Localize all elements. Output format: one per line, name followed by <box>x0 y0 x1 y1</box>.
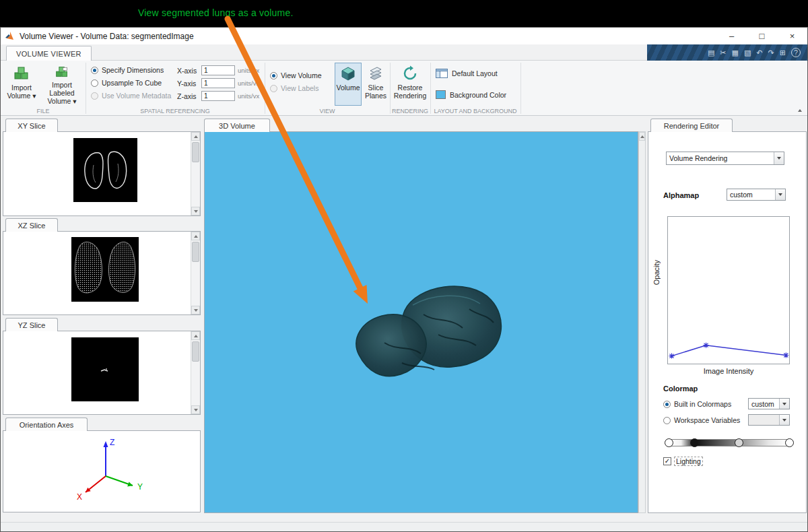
opacity-plot[interactable] <box>667 216 790 364</box>
x-axis-label: X-axis <box>177 67 197 75</box>
colormap-marker-3[interactable] <box>735 438 743 447</box>
rendering-mode-dropdown[interactable]: Volume Rendering <box>666 152 784 165</box>
ribbon-section-layout: Default Layout Background Color LAYOUT A… <box>430 61 520 115</box>
colormap-marker-2[interactable] <box>690 438 699 447</box>
colormap-marker-4[interactable] <box>785 438 794 447</box>
y-axis-units: units/vx <box>238 79 259 87</box>
opacity-curve <box>668 217 789 364</box>
copy-icon[interactable]: ▦ <box>732 49 739 57</box>
titlebar: Volume Viewer - Volume Data: segmentedIm… <box>1 28 807 44</box>
z-axis-units: units/vx <box>238 92 259 100</box>
import-volume-icon <box>13 65 30 81</box>
matlab-logo-icon <box>5 31 15 42</box>
chevron-down-icon <box>782 419 786 422</box>
section-label-rendering: RENDERING <box>390 108 430 114</box>
layout-window-icon[interactable]: ⊞ <box>780 49 786 57</box>
restore-rendering-button[interactable]: Restore Rendering <box>393 63 428 106</box>
viewport-splitter[interactable] <box>638 131 646 513</box>
radio-workspace-variables[interactable]: Workspace Variables <box>663 416 740 424</box>
alphamap-label: Alphamap <box>663 191 699 199</box>
z-axis-label: Z-axis <box>177 92 197 100</box>
collapse-ribbon-button[interactable] <box>798 109 802 112</box>
background-color-swatch <box>436 90 446 99</box>
restore-rendering-icon <box>402 65 418 81</box>
colormap-gradient-bar[interactable] <box>669 439 787 446</box>
xy-slice-scrollbar[interactable] <box>191 132 200 215</box>
collapse-ribbon-icon <box>798 109 802 112</box>
background-color-button[interactable]: Background Color <box>436 90 506 99</box>
import-labeled-volume-icon <box>53 65 71 79</box>
annotation-text: View segmented lungs as a volume. <box>138 7 293 18</box>
redo-icon[interactable]: ↷ <box>768 49 774 57</box>
radio-icon <box>270 72 277 79</box>
save-icon[interactable]: ▤ <box>708 49 714 57</box>
slice-planes-button[interactable]: Slice Planes <box>363 63 389 106</box>
opacity-axis-label: Opacity <box>652 260 661 285</box>
minimize-button[interactable]: – <box>716 28 747 44</box>
tab-orientation-axes[interactable]: Orientation Axes <box>5 418 88 431</box>
maximize-button[interactable]: □ <box>747 28 777 44</box>
radio-view-labels[interactable]: View Labels <box>270 84 318 92</box>
chevron-down-icon <box>778 193 782 196</box>
radio-specify-dimensions[interactable]: Specify Dimensions <box>91 66 164 74</box>
section-label-view: VIEW <box>265 108 390 114</box>
ribbon-section-view: View Volume View Labels Volume Slice Pla… <box>265 61 390 115</box>
orientation-axes-panel: Z X Y <box>3 430 201 512</box>
z-axis-input[interactable] <box>201 91 235 101</box>
y-axis-label: Y-axis <box>177 79 196 88</box>
splitter-arrow-icon <box>640 135 644 138</box>
lighting-checkbox-row[interactable]: ✓ Lighting <box>663 457 703 466</box>
tab-3d-volume[interactable]: 3D Volume <box>204 119 270 132</box>
radio-icon <box>663 417 671 424</box>
section-label-layout: LAYOUT AND BACKGROUND <box>430 108 520 114</box>
ribbon: Import Volume ▾ Import Labeled Volume ▾ … <box>1 61 807 116</box>
scroll-down-icon <box>194 309 198 312</box>
paste-icon[interactable]: ▧ <box>744 49 751 57</box>
colormap-label: Colormap <box>663 385 698 393</box>
colormap-marker-1[interactable] <box>665 438 673 447</box>
workspace-variables-dropdown[interactable] <box>748 414 790 426</box>
volume-rendering-image <box>337 275 516 393</box>
scroll-up-icon <box>194 235 198 238</box>
quick-access-toolbar: ▤ ✂ ▦ ▧ ↶ ↷ ⊞ ? <box>647 44 807 61</box>
radio-view-volume[interactable]: View Volume <box>270 71 322 79</box>
lighting-checkbox[interactable]: ✓ <box>663 457 671 465</box>
window-title: Volume Viewer - Volume Data: segmentedIm… <box>20 32 194 41</box>
volume-button[interactable]: Volume <box>335 63 362 106</box>
yz-slice-scrollbar[interactable] <box>191 331 200 414</box>
default-layout-icon <box>436 69 448 78</box>
builtin-colormap-dropdown[interactable]: custom <box>748 398 790 409</box>
tab-xy-slice[interactable]: XY Slice <box>5 119 58 132</box>
radio-use-volume-metadata[interactable]: Use Volume Metadata <box>91 92 171 100</box>
x-axis-input[interactable] <box>201 65 235 75</box>
radio-builtin-colormaps[interactable]: Built in Colormaps <box>663 400 731 408</box>
status-bar <box>1 522 807 531</box>
y-axis-input[interactable] <box>201 78 235 88</box>
orientation-axes-image[interactable]: Z X Y <box>40 434 165 510</box>
radio-upsample-to-cube[interactable]: Upsample To Cube <box>91 79 162 87</box>
help-icon[interactable]: ? <box>791 48 801 57</box>
undo-icon[interactable]: ↶ <box>756 49 762 57</box>
xz-slice-scrollbar[interactable] <box>191 232 200 314</box>
alphamap-dropdown[interactable]: custom <box>727 189 786 201</box>
radio-icon <box>91 79 98 87</box>
xz-slice-image[interactable] <box>71 237 139 302</box>
radio-icon <box>663 401 671 408</box>
tab-rendering-editor[interactable]: Rendering Editor <box>650 119 733 132</box>
scroll-up-icon <box>194 335 198 337</box>
import-labeled-volume-button[interactable]: Import Labeled Volume ▾ <box>40 63 84 106</box>
scroll-up-icon <box>194 135 198 138</box>
tab-yz-slice[interactable]: YZ Slice <box>5 318 58 331</box>
yz-slice-image[interactable] <box>71 337 139 401</box>
close-button[interactable]: × <box>777 28 807 44</box>
x-axis-letter: X <box>77 492 82 502</box>
section-label-spatial: SPATIAL REFERENCING <box>86 108 265 114</box>
volume-viewport[interactable] <box>204 131 638 513</box>
default-layout-button[interactable]: Default Layout <box>436 69 498 78</box>
import-volume-button[interactable]: Import Volume ▾ <box>3 63 40 106</box>
cut-icon[interactable]: ✂ <box>720 49 726 57</box>
tab-xz-slice[interactable]: XZ Slice <box>5 218 58 232</box>
tab-volume-viewer[interactable]: VOLUME VIEWER <box>6 46 92 61</box>
xy-slice-image[interactable] <box>73 138 137 202</box>
checkmark-icon: ✓ <box>665 458 670 465</box>
